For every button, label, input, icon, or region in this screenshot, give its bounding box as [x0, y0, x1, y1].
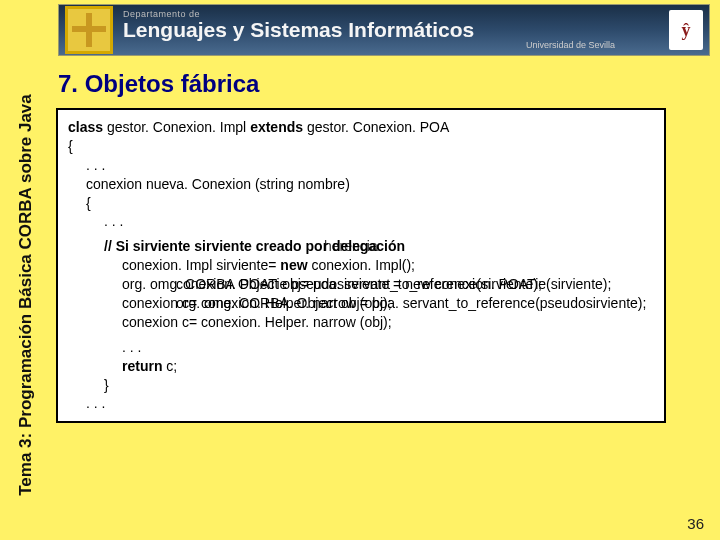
- banner-main: Lenguajes y Sistemas Informáticos: [123, 19, 665, 41]
- code-comment-overlap: // Si sirviente sirviente creado por del…: [68, 237, 654, 256]
- code-line: conexion nueva. Conexion (string nombre): [68, 175, 654, 194]
- header-banner: Departamento de Lenguajes y Sistemas Inf…: [58, 4, 710, 56]
- university-crest-icon: ŷ: [669, 10, 703, 50]
- code-line: conexion. Impl sirviente= new conexion. …: [68, 256, 654, 275]
- sidebar-label: Tema 3: Programación Básica CORBA sobre …: [16, 94, 36, 496]
- code-line: }: [68, 376, 654, 395]
- code-line: . . .: [68, 212, 654, 231]
- code-line: {: [68, 138, 73, 154]
- banner-logo-icon: [65, 6, 113, 54]
- code-line: return c;: [68, 357, 654, 376]
- code-line: {: [68, 194, 654, 213]
- page-number: 36: [687, 515, 704, 532]
- banner-university: Universidad de Sevilla: [123, 41, 665, 50]
- code-line-overlap: conexion c= conexion. Helper. narrow (ob…: [68, 294, 654, 313]
- code-line: . . .: [68, 156, 654, 175]
- banner-text: Departamento de Lenguajes y Sistemas Inf…: [123, 10, 665, 51]
- code-block: class gestor. Conexion. Impl extends ges…: [56, 108, 666, 423]
- sidebar: Tema 3: Programación Básica CORBA sobre …: [6, 60, 46, 530]
- code-line: . . .: [68, 394, 654, 413]
- code-line: . . .: [68, 338, 654, 357]
- section-heading: 7. Objetos fábrica: [58, 70, 259, 98]
- code-line-overlap: org. omg. CORBA Object obj= poa. servant…: [68, 275, 654, 294]
- code-line: class gestor. Conexion. Impl extends ges…: [68, 119, 449, 135]
- code-line: conexion c= conexion. Helper. narrow (ob…: [68, 313, 654, 332]
